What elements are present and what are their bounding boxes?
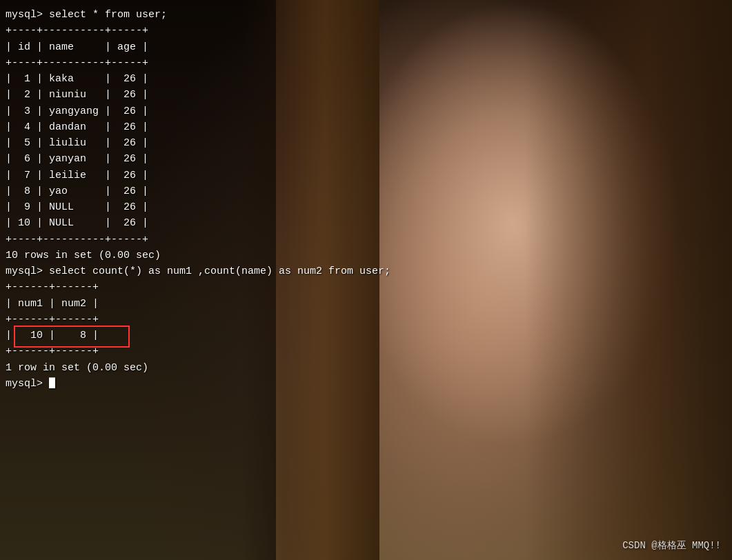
terminal-line-18: +------+------+ — [6, 279, 390, 295]
terminal-line-10: | 7 | leilie | 26 | — [6, 168, 390, 183]
terminal-line-21: | 10 | 8 | — [6, 328, 390, 343]
terminal-line-11: | 8 | yao | 26 | — [6, 183, 390, 199]
terminal-line-8: | 5 | liuliu | 26 | — [6, 135, 390, 151]
terminal-line-7: | 4 | dandan | 26 | — [6, 119, 390, 135]
terminal-line-20: +------+------+ — [6, 312, 390, 328]
terminal-line-3: +----+----------+-----+ — [6, 55, 390, 71]
terminal-line-23: 1 row in set (0.00 sec) — [6, 360, 390, 376]
terminal-line-13: | 10 | NULL | 26 | — [6, 215, 390, 231]
terminal-output: mysql> select * from user;+----+--------… — [6, 7, 390, 392]
terminal-line-15: 10 rows in set (0.00 sec) — [6, 248, 390, 263]
terminal-line-12: | 9 | NULL | 26 | — [6, 199, 390, 215]
terminal-line-22: +------+------+ — [6, 343, 390, 359]
terminal-line-25: mysql> █ — [6, 376, 390, 392]
watermark-text: CSDN @格格巫 MMQ!! — [622, 539, 721, 552]
terminal-line-2: | id | name | age | — [6, 39, 390, 55]
terminal-line-14: +----+----------+-----+ — [6, 232, 390, 248]
terminal-line-0: mysql> select * from user; — [6, 7, 390, 23]
terminal-line-5: | 2 | niuniu | 26 | — [6, 87, 390, 103]
hair-right-decoration — [525, 0, 732, 560]
terminal-line-1: +----+----------+-----+ — [6, 23, 390, 39]
terminal-line-4: | 1 | kaka | 26 | — [6, 71, 390, 87]
terminal-line-17: mysql> select count(*) as num1 ,count(na… — [6, 263, 390, 279]
terminal-line-9: | 6 | yanyan | 26 | — [6, 151, 390, 167]
terminal-line-19: | num1 | num2 | — [6, 296, 390, 312]
terminal-line-6: | 3 | yangyang | 26 | — [6, 103, 390, 119]
